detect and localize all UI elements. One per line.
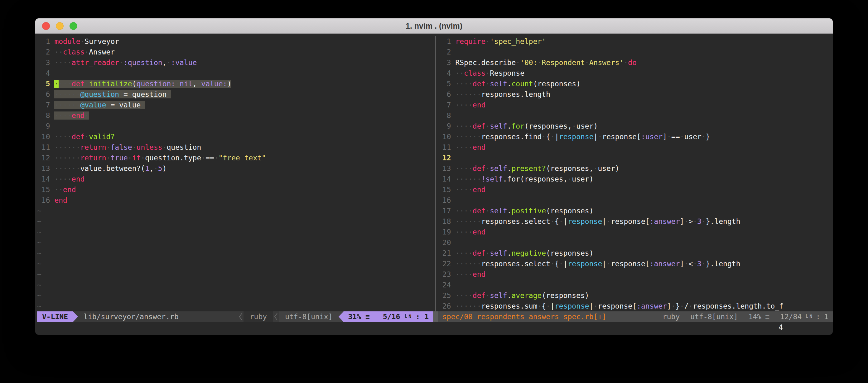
- line-number: 12: [438, 154, 455, 162]
- zoom-button[interactable]: [69, 22, 77, 30]
- command-line[interactable]: 4: [37, 322, 833, 333]
- code-line: 12 ······return·true·if·question.type·==…: [37, 152, 433, 163]
- line-number: 9: [37, 122, 54, 130]
- line-number: 3: [37, 59, 54, 67]
- code-line: 5 ····def·initialize(question:·nil,·valu…: [37, 78, 433, 89]
- line-number: 16: [37, 196, 54, 204]
- position-right: 12/84 LN : 1: [780, 311, 828, 322]
- line-number-icon: LN: [805, 312, 812, 321]
- line-number: 15: [438, 185, 455, 194]
- code-line: 11 ····end: [438, 142, 833, 152]
- code-line: ~: [37, 280, 433, 290]
- code-line: ~: [37, 206, 433, 216]
- code-line: ~: [37, 258, 433, 269]
- segment-separator-icon: [238, 311, 244, 322]
- percent-right: 14% ≡: [749, 311, 770, 322]
- code-line: 3 ····attr_reader·:question,·:value: [37, 57, 433, 68]
- window-title: 1. nvim . (nvim): [406, 22, 462, 31]
- line-number: 23: [438, 270, 455, 278]
- line-number: 15: [37, 185, 54, 194]
- line-number: 14: [37, 175, 54, 183]
- encoding-right: utf-8[unix]: [690, 311, 738, 322]
- code-line: 24: [438, 280, 833, 290]
- line-number: 2: [37, 48, 54, 56]
- code-line: 4 ··class·Response: [438, 68, 833, 78]
- code-line: 8 ····end·: [37, 110, 433, 121]
- column-number: 1: [824, 311, 828, 322]
- line-number: 2: [438, 48, 455, 56]
- line-number: 11: [37, 143, 54, 151]
- line-number: 4: [438, 69, 455, 77]
- vertical-split-separator[interactable]: [433, 36, 438, 311]
- colon-separator: :: [816, 311, 820, 322]
- code-line: 7 ······@value·=·value·: [37, 100, 433, 110]
- statusline-left: V-LINE lib/surveyor/answer.rb ruby utf-8…: [37, 311, 433, 322]
- code-line: 13 ······value.between?(1,·5): [37, 163, 433, 174]
- code-line: 19 ····end: [438, 227, 833, 237]
- line-number: 24: [438, 281, 455, 289]
- line-number: 14: [438, 175, 455, 183]
- empty-line-tilde: ~: [37, 249, 41, 257]
- editor-pane-left[interactable]: 1 module·Surveyor 2 ··class·Answer 3 ···…: [37, 36, 433, 311]
- line-number: 20: [438, 239, 455, 247]
- statusline-separator: [433, 311, 438, 322]
- minimize-button[interactable]: [56, 22, 64, 30]
- statusline-right: spec/00_respondents_answers_spec.rb[+] r…: [438, 311, 833, 322]
- colon-separator: :: [415, 311, 420, 322]
- mode-indicator: V-LINE: [37, 311, 73, 322]
- line-number: 7: [438, 101, 455, 109]
- code-line: 23 ····end: [438, 269, 833, 280]
- code-line: 25 ····def·self.average(responses): [438, 290, 833, 301]
- filetype-right: ruby: [662, 311, 680, 322]
- filetype-left: ruby: [244, 311, 273, 322]
- code-line: 1 module·Surveyor: [37, 36, 433, 47]
- code-line: 16: [438, 195, 833, 206]
- terminal-window[interactable]: 1. nvim . (nvim) 1 module·Surveyor 2 ··c…: [35, 19, 833, 335]
- code-line: 4: [37, 68, 433, 78]
- code-line: ~: [37, 290, 433, 301]
- powerline-arrow-icon: [73, 311, 78, 322]
- line-number: 5: [438, 80, 455, 88]
- empty-line-tilde: ~: [37, 207, 41, 215]
- code-line: 1 require·'spec_helper': [438, 36, 833, 47]
- close-button[interactable]: [42, 22, 50, 30]
- line-number-icon: LN: [404, 312, 411, 321]
- empty-line-tilde: ~: [37, 260, 41, 268]
- code-line: 10 ····def·valid?: [37, 131, 433, 142]
- code-line: ~: [37, 237, 433, 248]
- line-number: 5: [37, 80, 54, 88]
- lines-icon: ≡: [365, 311, 370, 322]
- code-line: 11 ······return·false·unless·question: [37, 142, 433, 152]
- line-number: 11: [438, 143, 455, 151]
- code-line: 20: [438, 237, 833, 248]
- line-number: 19: [438, 228, 455, 236]
- line-number: 26: [438, 302, 455, 310]
- code-line: 18 ······responses.select·{·|response|·r…: [438, 216, 833, 227]
- editor-splits: 1 module·Surveyor 2 ··class·Answer 3 ···…: [37, 36, 833, 311]
- empty-line-tilde: ~: [37, 302, 41, 310]
- code-line: 13 ····def·self.present?(responses,·user…: [438, 163, 833, 174]
- line-position: 5/16: [383, 311, 400, 322]
- code-line: 15 ····end: [438, 184, 833, 195]
- code-line: 5 ····def·self.count(responses): [438, 78, 833, 89]
- code-line: 15 ··end: [37, 184, 433, 195]
- line-number: 6: [37, 90, 54, 98]
- window-titlebar[interactable]: 1. nvim . (nvim): [35, 19, 833, 34]
- line-number: 6: [438, 90, 455, 98]
- statusline-row: V-LINE lib/surveyor/answer.rb ruby utf-8…: [37, 311, 833, 322]
- position-left: 31% ≡ 5/16 LN : 1: [344, 311, 433, 322]
- filename-left: lib/surveyor/answer.rb: [78, 311, 238, 322]
- line-number: 18: [438, 217, 455, 225]
- line-number: 13: [438, 165, 455, 173]
- editor-pane-right[interactable]: 1 require·'spec_helper' 2 3 RSpec.descri…: [438, 36, 833, 311]
- line-number: 10: [438, 133, 455, 141]
- line-number: 25: [438, 291, 455, 300]
- line-number: 4: [37, 69, 54, 77]
- column-number: 1: [424, 311, 429, 322]
- line-number: 1: [438, 37, 455, 45]
- empty-line-tilde: ~: [37, 270, 41, 278]
- pending-command-count: 4: [778, 322, 783, 333]
- code-line: ~: [37, 301, 433, 311]
- code-line: ~: [37, 248, 433, 258]
- code-line: 10 ······responses.find·{·|response|·res…: [438, 131, 833, 142]
